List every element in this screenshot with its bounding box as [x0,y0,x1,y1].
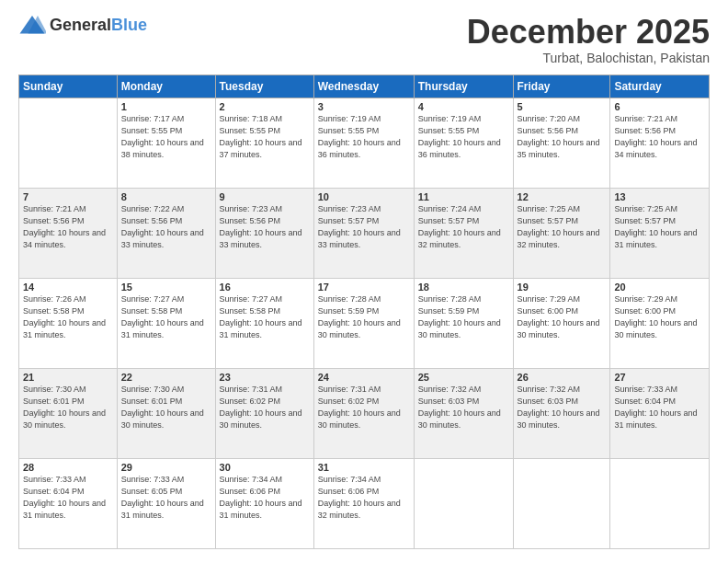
table-row: 20Sunrise: 7:29 AMSunset: 6:00 PMDayligh… [610,278,710,368]
calendar-week-row: 28Sunrise: 7:33 AMSunset: 6:04 PMDayligh… [19,458,710,548]
day-number: 27 [614,372,705,383]
logo-general: General [50,16,111,34]
page: GeneralBlue December 2025 Turbat, Baloch… [0,0,728,563]
day-detail: Sunrise: 7:32 AMSunset: 6:03 PMDaylight:… [518,384,607,431]
table-row: 24Sunrise: 7:31 AMSunset: 6:02 PMDayligh… [313,368,414,458]
day-number: 25 [418,372,509,383]
day-detail: Sunrise: 7:31 AMSunset: 6:02 PMDaylight:… [318,384,410,431]
day-number: 9 [220,191,310,202]
calendar-table: Sunday Monday Tuesday Wednesday Thursday… [18,75,710,549]
col-tuesday: Tuesday [215,75,313,98]
logo-icon [18,14,46,37]
day-number: 6 [614,101,705,112]
location: Turbat, Balochistan, Pakistan [467,51,710,65]
title-block: December 2025 Turbat, Balochistan, Pakis… [467,14,710,65]
day-number: 26 [518,372,607,383]
col-saturday: Saturday [610,75,710,98]
table-row: 31Sunrise: 7:34 AMSunset: 6:06 PMDayligh… [313,458,414,548]
table-row: 7Sunrise: 7:21 AMSunset: 5:56 PMDaylight… [19,188,118,278]
calendar-week-row: 14Sunrise: 7:26 AMSunset: 5:58 PMDayligh… [19,278,710,368]
day-detail: Sunrise: 7:26 AMSunset: 5:58 PMDaylight:… [23,293,113,341]
table-row: 10Sunrise: 7:23 AMSunset: 5:57 PMDayligh… [313,188,414,278]
day-number: 28 [23,462,113,473]
day-number: 3 [318,101,410,112]
day-number: 14 [23,282,113,293]
day-detail: Sunrise: 7:29 AMSunset: 6:00 PMDaylight:… [614,293,705,341]
day-detail: Sunrise: 7:28 AMSunset: 5:59 PMDaylight:… [418,293,509,341]
day-detail: Sunrise: 7:21 AMSunset: 5:56 PMDaylight:… [614,113,705,161]
table-row: 25Sunrise: 7:32 AMSunset: 6:03 PMDayligh… [414,368,513,458]
day-detail: Sunrise: 7:27 AMSunset: 5:58 PMDaylight:… [220,293,310,341]
logo-blue: Blue [111,16,147,34]
day-detail: Sunrise: 7:19 AMSunset: 5:55 PMDaylight:… [318,113,410,161]
day-number: 17 [318,282,410,293]
day-number: 31 [318,462,410,473]
day-number: 8 [121,191,211,202]
day-detail: Sunrise: 7:33 AMSunset: 6:05 PMDaylight:… [121,474,211,522]
day-number: 20 [614,282,705,293]
table-row: 9Sunrise: 7:23 AMSunset: 5:56 PMDaylight… [215,188,313,278]
day-number: 1 [121,101,211,112]
month-title: December 2025 [467,14,710,51]
day-number: 2 [220,101,310,112]
day-number: 13 [614,191,705,202]
day-detail: Sunrise: 7:22 AMSunset: 5:56 PMDaylight:… [121,203,211,251]
table-row: 27Sunrise: 7:33 AMSunset: 6:04 PMDayligh… [610,368,710,458]
table-row: 12Sunrise: 7:25 AMSunset: 5:57 PMDayligh… [513,188,610,278]
day-number: 5 [518,101,607,112]
day-detail: Sunrise: 7:31 AMSunset: 6:02 PMDaylight:… [220,384,310,431]
table-row: 13Sunrise: 7:25 AMSunset: 5:57 PMDayligh… [610,188,710,278]
col-thursday: Thursday [414,75,513,98]
day-number: 30 [220,462,310,473]
table-row: 3Sunrise: 7:19 AMSunset: 5:55 PMDaylight… [313,98,414,188]
table-row: 29Sunrise: 7:33 AMSunset: 6:05 PMDayligh… [117,458,215,548]
table-row [414,458,513,548]
day-number: 19 [518,282,607,293]
table-row: 2Sunrise: 7:18 AMSunset: 5:55 PMDaylight… [215,98,313,188]
day-detail: Sunrise: 7:27 AMSunset: 5:58 PMDaylight:… [121,293,211,341]
day-number: 10 [318,191,410,202]
table-row: 16Sunrise: 7:27 AMSunset: 5:58 PMDayligh… [215,278,313,368]
day-detail: Sunrise: 7:32 AMSunset: 6:03 PMDaylight:… [418,384,509,431]
col-sunday: Sunday [19,75,118,98]
table-row [513,458,610,548]
calendar-week-row: 7Sunrise: 7:21 AMSunset: 5:56 PMDaylight… [19,188,710,278]
day-number: 16 [220,282,310,293]
day-detail: Sunrise: 7:18 AMSunset: 5:55 PMDaylight:… [220,113,310,161]
table-row: 17Sunrise: 7:28 AMSunset: 5:59 PMDayligh… [313,278,414,368]
day-number: 22 [121,372,211,383]
day-detail: Sunrise: 7:30 AMSunset: 6:01 PMDaylight:… [121,384,211,431]
day-detail: Sunrise: 7:24 AMSunset: 5:57 PMDaylight:… [418,203,509,251]
calendar-week-row: 1Sunrise: 7:17 AMSunset: 5:55 PMDaylight… [19,98,710,188]
table-row: 26Sunrise: 7:32 AMSunset: 6:03 PMDayligh… [513,368,610,458]
day-number: 18 [418,282,509,293]
calendar-week-row: 21Sunrise: 7:30 AMSunset: 6:01 PMDayligh… [19,368,710,458]
table-row [610,458,710,548]
day-number: 11 [418,191,509,202]
day-number: 29 [121,462,211,473]
day-detail: Sunrise: 7:25 AMSunset: 5:57 PMDaylight:… [518,203,607,251]
day-number: 12 [518,191,607,202]
table-row: 4Sunrise: 7:19 AMSunset: 5:55 PMDaylight… [414,98,513,188]
day-detail: Sunrise: 7:33 AMSunset: 6:04 PMDaylight:… [23,474,113,522]
table-row: 14Sunrise: 7:26 AMSunset: 5:58 PMDayligh… [19,278,118,368]
day-detail: Sunrise: 7:20 AMSunset: 5:56 PMDaylight:… [518,113,607,161]
table-row: 5Sunrise: 7:20 AMSunset: 5:56 PMDaylight… [513,98,610,188]
day-number: 4 [418,101,509,112]
table-row: 19Sunrise: 7:29 AMSunset: 6:00 PMDayligh… [513,278,610,368]
day-detail: Sunrise: 7:25 AMSunset: 5:57 PMDaylight:… [614,203,705,251]
day-detail: Sunrise: 7:23 AMSunset: 5:56 PMDaylight:… [220,203,310,251]
day-detail: Sunrise: 7:29 AMSunset: 6:00 PMDaylight:… [518,293,607,341]
col-friday: Friday [513,75,610,98]
day-detail: Sunrise: 7:34 AMSunset: 6:06 PMDaylight:… [318,474,410,522]
day-number: 7 [23,191,113,202]
day-detail: Sunrise: 7:30 AMSunset: 6:01 PMDaylight:… [23,384,113,431]
table-row: 1Sunrise: 7:17 AMSunset: 5:55 PMDaylight… [117,98,215,188]
col-wednesday: Wednesday [313,75,414,98]
col-monday: Monday [117,75,215,98]
table-row: 23Sunrise: 7:31 AMSunset: 6:02 PMDayligh… [215,368,313,458]
day-number: 15 [121,282,211,293]
calendar-header-row: Sunday Monday Tuesday Wednesday Thursday… [19,75,710,98]
logo: GeneralBlue [18,14,147,37]
table-row: 11Sunrise: 7:24 AMSunset: 5:57 PMDayligh… [414,188,513,278]
